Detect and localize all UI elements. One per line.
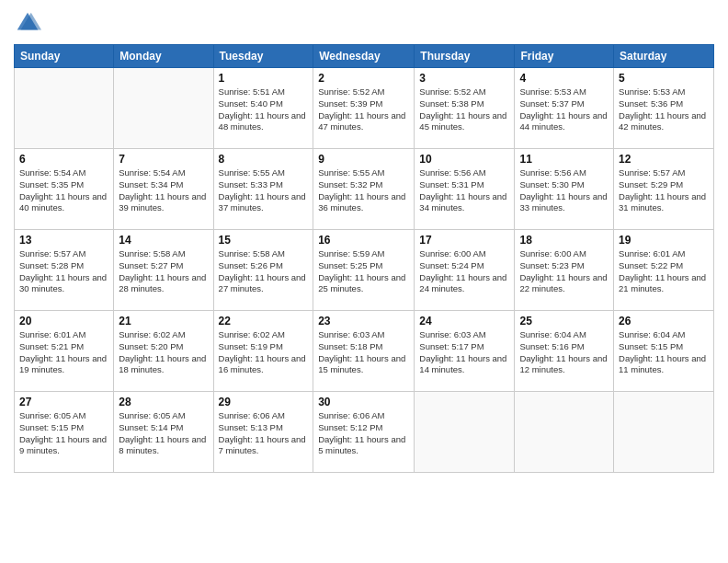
calendar-cell: 24Sunrise: 6:03 AM Sunset: 5:17 PM Dayli… xyxy=(415,311,515,392)
day-number: 19 xyxy=(619,234,709,247)
day-info: Sunrise: 5:57 AM Sunset: 5:28 PM Dayligh… xyxy=(19,248,108,295)
calendar-cell: 1Sunrise: 5:51 AM Sunset: 5:40 PM Daylig… xyxy=(213,68,313,149)
calendar-cell: 20Sunrise: 6:01 AM Sunset: 5:21 PM Dayli… xyxy=(15,311,114,392)
day-number: 18 xyxy=(519,234,609,247)
calendar-cell xyxy=(114,68,213,149)
calendar-cell: 2Sunrise: 5:52 AM Sunset: 5:39 PM Daylig… xyxy=(313,68,415,149)
calendar-cell: 9Sunrise: 5:55 AM Sunset: 5:32 PM Daylig… xyxy=(313,149,415,230)
calendar-cell: 21Sunrise: 6:02 AM Sunset: 5:20 PM Dayli… xyxy=(114,311,213,392)
page: SundayMondayTuesdayWednesdayThursdayFrid… xyxy=(0,0,728,563)
calendar-table: SundayMondayTuesdayWednesdayThursdayFrid… xyxy=(14,44,714,473)
calendar-week-row: 27Sunrise: 6:05 AM Sunset: 5:15 PM Dayli… xyxy=(15,392,714,473)
day-number: 21 xyxy=(119,315,208,327)
day-number: 14 xyxy=(119,234,208,247)
calendar-cell: 14Sunrise: 5:58 AM Sunset: 5:27 PM Dayli… xyxy=(114,230,213,311)
weekday-header: Saturday xyxy=(614,45,714,68)
logo-icon xyxy=(14,9,41,37)
calendar-cell: 29Sunrise: 6:06 AM Sunset: 5:13 PM Dayli… xyxy=(213,392,313,473)
day-number: 5 xyxy=(619,72,709,85)
day-info: Sunrise: 5:57 AM Sunset: 5:29 PM Dayligh… xyxy=(619,167,709,214)
day-number: 12 xyxy=(619,153,709,166)
day-info: Sunrise: 6:06 AM Sunset: 5:13 PM Dayligh… xyxy=(219,410,309,457)
calendar-cell: 22Sunrise: 6:02 AM Sunset: 5:19 PM Dayli… xyxy=(213,311,313,392)
calendar-cell: 11Sunrise: 5:56 AM Sunset: 5:30 PM Dayli… xyxy=(515,149,614,230)
day-info: Sunrise: 6:02 AM Sunset: 5:19 PM Dayligh… xyxy=(219,329,309,376)
day-info: Sunrise: 6:03 AM Sunset: 5:17 PM Dayligh… xyxy=(419,329,509,376)
calendar-cell xyxy=(415,392,515,473)
day-info: Sunrise: 5:55 AM Sunset: 5:32 PM Dayligh… xyxy=(318,167,409,214)
day-info: Sunrise: 6:04 AM Sunset: 5:15 PM Dayligh… xyxy=(619,329,709,376)
calendar-cell: 3Sunrise: 5:52 AM Sunset: 5:38 PM Daylig… xyxy=(415,68,515,149)
day-info: Sunrise: 5:51 AM Sunset: 5:40 PM Dayligh… xyxy=(219,86,309,133)
day-number: 30 xyxy=(318,396,409,408)
day-info: Sunrise: 5:58 AM Sunset: 5:27 PM Dayligh… xyxy=(119,248,208,295)
weekday-header: Friday xyxy=(515,45,614,68)
day-number: 20 xyxy=(19,315,108,327)
calendar-week-row: 1Sunrise: 5:51 AM Sunset: 5:40 PM Daylig… xyxy=(15,68,714,149)
day-number: 17 xyxy=(419,234,509,247)
calendar-cell: 15Sunrise: 5:58 AM Sunset: 5:26 PM Dayli… xyxy=(213,230,313,311)
calendar-cell: 12Sunrise: 5:57 AM Sunset: 5:29 PM Dayli… xyxy=(614,149,714,230)
calendar-cell: 8Sunrise: 5:55 AM Sunset: 5:33 PM Daylig… xyxy=(213,149,313,230)
day-info: Sunrise: 6:01 AM Sunset: 5:21 PM Dayligh… xyxy=(19,329,108,376)
calendar-cell: 23Sunrise: 6:03 AM Sunset: 5:18 PM Dayli… xyxy=(313,311,415,392)
day-number: 10 xyxy=(419,153,509,166)
day-info: Sunrise: 6:01 AM Sunset: 5:22 PM Dayligh… xyxy=(619,248,709,295)
calendar-week-row: 6Sunrise: 5:54 AM Sunset: 5:35 PM Daylig… xyxy=(15,149,714,230)
calendar-cell xyxy=(515,392,614,473)
day-number: 11 xyxy=(519,153,609,166)
day-info: Sunrise: 5:52 AM Sunset: 5:39 PM Dayligh… xyxy=(318,86,409,133)
day-info: Sunrise: 5:54 AM Sunset: 5:35 PM Dayligh… xyxy=(19,167,108,214)
calendar-cell: 16Sunrise: 5:59 AM Sunset: 5:25 PM Dayli… xyxy=(313,230,415,311)
calendar-week-row: 13Sunrise: 5:57 AM Sunset: 5:28 PM Dayli… xyxy=(15,230,714,311)
calendar-cell: 26Sunrise: 6:04 AM Sunset: 5:15 PM Dayli… xyxy=(614,311,714,392)
day-info: Sunrise: 5:52 AM Sunset: 5:38 PM Dayligh… xyxy=(419,86,509,133)
calendar-cell: 27Sunrise: 6:05 AM Sunset: 5:15 PM Dayli… xyxy=(15,392,114,473)
day-number: 22 xyxy=(219,315,309,327)
day-info: Sunrise: 5:58 AM Sunset: 5:26 PM Dayligh… xyxy=(219,248,309,295)
day-number: 13 xyxy=(19,234,108,247)
day-number: 23 xyxy=(318,315,409,327)
calendar-cell: 17Sunrise: 6:00 AM Sunset: 5:24 PM Dayli… xyxy=(415,230,515,311)
day-number: 8 xyxy=(219,153,309,166)
calendar-cell: 28Sunrise: 6:05 AM Sunset: 5:14 PM Dayli… xyxy=(114,392,213,473)
day-info: Sunrise: 6:05 AM Sunset: 5:14 PM Dayligh… xyxy=(119,410,208,457)
calendar-cell: 7Sunrise: 5:54 AM Sunset: 5:34 PM Daylig… xyxy=(114,149,213,230)
day-number: 26 xyxy=(619,315,709,327)
day-info: Sunrise: 6:04 AM Sunset: 5:16 PM Dayligh… xyxy=(519,329,609,376)
day-info: Sunrise: 6:06 AM Sunset: 5:12 PM Dayligh… xyxy=(318,410,409,457)
calendar-header-row: SundayMondayTuesdayWednesdayThursdayFrid… xyxy=(15,45,714,68)
calendar-cell: 19Sunrise: 6:01 AM Sunset: 5:22 PM Dayli… xyxy=(614,230,714,311)
day-number: 2 xyxy=(318,72,409,85)
day-number: 3 xyxy=(419,72,509,85)
calendar-cell: 4Sunrise: 5:53 AM Sunset: 5:37 PM Daylig… xyxy=(515,68,614,149)
day-number: 1 xyxy=(219,72,309,85)
day-number: 27 xyxy=(19,396,108,408)
day-number: 24 xyxy=(419,315,509,327)
logo xyxy=(14,9,45,37)
day-info: Sunrise: 5:59 AM Sunset: 5:25 PM Dayligh… xyxy=(318,248,409,295)
day-number: 16 xyxy=(318,234,409,247)
calendar-cell: 5Sunrise: 5:53 AM Sunset: 5:36 PM Daylig… xyxy=(614,68,714,149)
weekday-header: Wednesday xyxy=(313,45,415,68)
weekday-header: Tuesday xyxy=(213,45,313,68)
day-info: Sunrise: 5:56 AM Sunset: 5:31 PM Dayligh… xyxy=(419,167,509,214)
day-number: 9 xyxy=(318,153,409,166)
calendar-cell: 18Sunrise: 6:00 AM Sunset: 5:23 PM Dayli… xyxy=(515,230,614,311)
weekday-header: Monday xyxy=(114,45,213,68)
calendar-cell: 13Sunrise: 5:57 AM Sunset: 5:28 PM Dayli… xyxy=(15,230,114,311)
day-info: Sunrise: 6:03 AM Sunset: 5:18 PM Dayligh… xyxy=(318,329,409,376)
day-info: Sunrise: 5:54 AM Sunset: 5:34 PM Dayligh… xyxy=(119,167,208,214)
day-info: Sunrise: 5:55 AM Sunset: 5:33 PM Dayligh… xyxy=(219,167,309,214)
day-number: 25 xyxy=(519,315,609,327)
calendar-cell: 10Sunrise: 5:56 AM Sunset: 5:31 PM Dayli… xyxy=(415,149,515,230)
weekday-header: Thursday xyxy=(415,45,515,68)
calendar-cell: 25Sunrise: 6:04 AM Sunset: 5:16 PM Dayli… xyxy=(515,311,614,392)
weekday-header: Sunday xyxy=(15,45,114,68)
day-number: 4 xyxy=(519,72,609,85)
day-number: 15 xyxy=(219,234,309,247)
day-info: Sunrise: 5:53 AM Sunset: 5:37 PM Dayligh… xyxy=(519,86,609,133)
calendar-cell: 30Sunrise: 6:06 AM Sunset: 5:12 PM Dayli… xyxy=(313,392,415,473)
calendar-cell xyxy=(614,392,714,473)
calendar-cell xyxy=(15,68,114,149)
